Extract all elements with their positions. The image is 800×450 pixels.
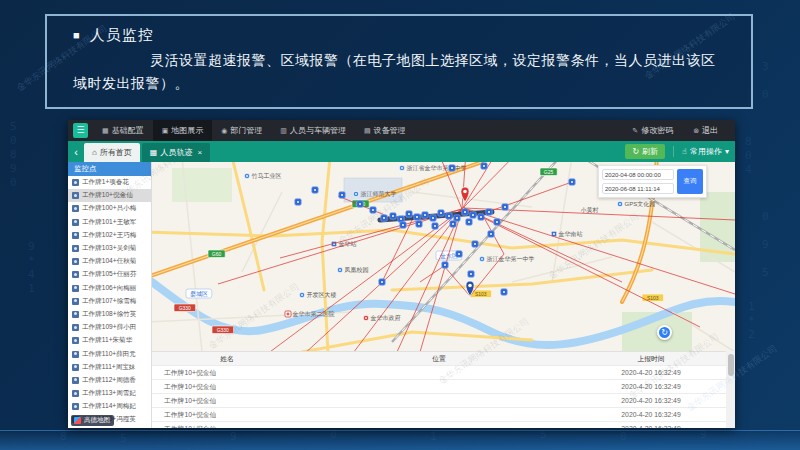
sidebar-item[interactable]: 工作牌102+王巧梅 bbox=[68, 229, 151, 242]
chevron-down-icon: ▾ bbox=[725, 147, 729, 156]
track-point-dot bbox=[297, 201, 299, 203]
slide-title-box: ■人员监控 灵活设置超速报警、区域报警（在电子地图上选择区域，设定报警条件，当人… bbox=[45, 14, 753, 109]
start-time-input[interactable] bbox=[602, 169, 674, 180]
poi-label: 凤凰校园 bbox=[345, 267, 369, 274]
poi-icon-dot bbox=[619, 203, 621, 205]
col-header-location: 位置 bbox=[302, 352, 576, 365]
track-point-dot bbox=[458, 253, 460, 255]
track-point-dot bbox=[440, 212, 442, 214]
sidebar-item-label: 工作牌10+倪金仙 bbox=[82, 191, 133, 200]
refresh-button[interactable]: ↻ 刷新 bbox=[625, 144, 665, 159]
table-row[interactable]: 工作牌10+倪金仙2020-4-20 16:32:49 bbox=[152, 408, 726, 422]
amap-logo-icon bbox=[74, 417, 81, 424]
nav-item-部门管理[interactable]: ◉部门管理 bbox=[212, 120, 271, 141]
matrix-digit-column: 0 9 5 bbox=[762, 210, 769, 280]
tab-close-icon[interactable]: × bbox=[197, 148, 202, 157]
query-button[interactable]: 查询 bbox=[677, 169, 703, 194]
nav-item-设备管理[interactable]: ▤设备管理 bbox=[355, 120, 415, 141]
nav-right-label: 修改密码 bbox=[641, 125, 673, 136]
sidebar-item[interactable]: 工作牌101+王敏军 bbox=[68, 216, 151, 229]
common-operations-dropdown[interactable]: ☝ 常用操作 ▾ bbox=[673, 146, 729, 157]
track-report-table: 姓名 位置 上报时间 工作牌10+倪金仙2020-4-20 16:32:49工作… bbox=[152, 351, 726, 428]
track-point-dot bbox=[314, 189, 316, 191]
cell-name: 工作牌10+倪金仙 bbox=[152, 394, 302, 407]
sidebar-item[interactable]: 工作牌113+周雪妃 bbox=[68, 387, 151, 400]
sidebar-item[interactable]: 工作牌10+倪金仙 bbox=[68, 189, 151, 202]
sidebar-item-label: 工作牌109+薛小田 bbox=[82, 323, 136, 332]
nav-item-基础配置[interactable]: ▦基础配置 bbox=[93, 120, 153, 141]
table-row[interactable]: 工作牌10+倪金仙2020-4-20 16:32:49 bbox=[152, 394, 726, 408]
nav-item-人员与车辆管理[interactable]: ▥人员与车辆管理 bbox=[271, 120, 355, 141]
sidebar-item[interactable]: 工作牌103+吴剑菊 bbox=[68, 242, 151, 255]
sidebar-item[interactable]: 工作牌108+徐竹英 bbox=[68, 308, 151, 321]
refresh-label: 刷新 bbox=[642, 146, 658, 157]
person-badge-icon bbox=[72, 179, 79, 186]
sidebar-item[interactable]: 工作牌104+任秋菊 bbox=[68, 255, 151, 268]
nav-right: ✎修改密码⊗退出 bbox=[623, 120, 735, 141]
cell-name: 工作牌10+倪金仙 bbox=[152, 408, 302, 421]
selected-person-pin-dot bbox=[463, 190, 467, 194]
track-point-dot bbox=[480, 216, 482, 218]
nav-menu: ▦基础配置▣地图展示◉部门管理▥人员与车辆管理▤设备管理 bbox=[93, 120, 415, 141]
sidebar-item[interactable]: 工作牌11+朱菊华 bbox=[68, 334, 151, 347]
person-badge-icon bbox=[72, 298, 79, 305]
track-end-pin-dot bbox=[468, 284, 472, 288]
poi-label: 金华市第二医院 bbox=[292, 310, 335, 318]
sidebar-item[interactable]: 工作牌1+项春花 bbox=[68, 176, 151, 189]
scrollbar-thumb[interactable] bbox=[728, 354, 734, 376]
cell-location bbox=[302, 408, 576, 421]
track-point-dot bbox=[451, 167, 453, 169]
tab-label: 人员轨迹 bbox=[160, 147, 192, 158]
person-badge-icon bbox=[72, 285, 79, 292]
tab-所有首页[interactable]: ⌂所有首页 bbox=[84, 143, 140, 162]
col-header-time: 上报时间 bbox=[576, 352, 726, 365]
sidebar-item[interactable]: 工作牌110+薛田元 bbox=[68, 347, 151, 360]
sidebar-item[interactable]: 工作牌106+向梅丽 bbox=[68, 282, 151, 295]
track-point-dot bbox=[456, 217, 458, 219]
map-canvas[interactable]: 竹马工业区浙江师范大学GPS文化园金华站小黄村金华南站凤凰校园开发区大楼婺城区金… bbox=[152, 162, 735, 428]
matrix-digit-column: 5 0 8 9 0 bbox=[10, 120, 17, 190]
sidebar-item-label: 工作牌100+吕小梅 bbox=[82, 204, 136, 213]
tabs: ⌂所有首页▦人员轨迹× bbox=[84, 141, 212, 162]
nav-right-icon: ✎ bbox=[632, 127, 638, 135]
sidebar-item-label: 工作牌11+朱菊华 bbox=[82, 336, 132, 345]
menu-toggle-icon[interactable]: ☰ bbox=[73, 123, 88, 138]
poi-label: 金华市政府 bbox=[370, 314, 401, 321]
cell-location bbox=[302, 394, 576, 407]
tabbar-right: ↻ 刷新 ☝ 常用操作 ▾ bbox=[625, 141, 735, 162]
person-badge-icon bbox=[72, 364, 79, 371]
track-point-dot bbox=[483, 165, 485, 167]
map-measure-tool-button[interactable]: ↻ bbox=[657, 325, 672, 340]
sidebar-item[interactable]: 工作牌105+任丽芬 bbox=[68, 268, 151, 281]
table-row[interactable]: 工作牌10+倪金仙2020-4-20 16:32:49 bbox=[152, 422, 726, 428]
nav-right-退出[interactable]: ⊗退出 bbox=[684, 125, 727, 136]
track-point-dot bbox=[571, 181, 573, 183]
road-badge-label: G330 bbox=[179, 305, 191, 311]
table-scrollbar[interactable] bbox=[726, 351, 735, 428]
end-time-input[interactable] bbox=[602, 183, 674, 194]
nav-item-地图展示[interactable]: ▣地图展示 bbox=[153, 120, 213, 141]
sidebar-item-label: 工作牌105+任丽芬 bbox=[82, 270, 136, 279]
cell-location bbox=[302, 366, 576, 379]
track-point-dot bbox=[470, 273, 472, 275]
sidebar-item[interactable]: 工作牌111+周宝妹 bbox=[68, 361, 151, 374]
person-badge-icon bbox=[72, 232, 79, 239]
sidebar-item-label: 工作牌110+薛田元 bbox=[82, 350, 136, 359]
sidebar-item[interactable]: 工作牌100+吕小梅 bbox=[68, 202, 151, 215]
sidebar-item[interactable]: 工作牌107+徐雪梅 bbox=[68, 295, 151, 308]
sidebar-item-label: 工作牌101+王敏军 bbox=[82, 218, 136, 227]
poi-icon-dot bbox=[246, 175, 248, 177]
track-point-dot bbox=[472, 214, 474, 216]
sidebar-item[interactable]: 工作牌114+周梅妃 bbox=[68, 400, 151, 413]
person-badge-icon bbox=[72, 403, 79, 410]
nav-right-修改密码[interactable]: ✎修改密码 bbox=[623, 125, 682, 136]
refresh-icon: ↻ bbox=[632, 147, 639, 156]
sidebar-item[interactable]: 工作牌112+周德香 bbox=[68, 374, 151, 387]
table-row[interactable]: 工作牌10+倪金仙2020-4-20 16:32:49 bbox=[152, 366, 726, 380]
sidebar-item[interactable]: 工作牌109+薛小田 bbox=[68, 321, 151, 334]
tab-人员轨迹[interactable]: ▦人员轨迹× bbox=[142, 143, 210, 162]
slide-description: 灵活设置超速报警、区域报警（在电子地图上选择区域，设定报警条件，当人员进出该区域… bbox=[73, 49, 729, 95]
government-icon-dot bbox=[365, 317, 367, 319]
tabs-back-button[interactable]: ‹ bbox=[68, 141, 84, 162]
table-row[interactable]: 工作牌10+倪金仙2020-4-20 16:32:49 bbox=[152, 380, 726, 394]
